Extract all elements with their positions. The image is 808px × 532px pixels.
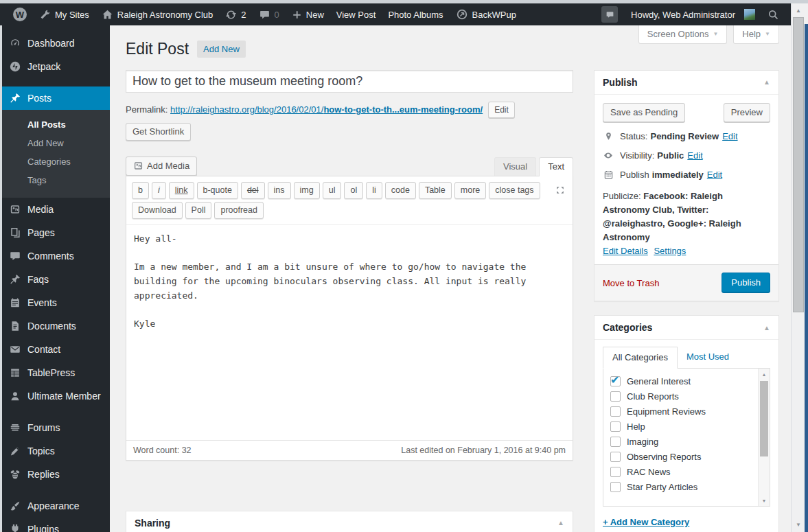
edit-status-link[interactable]: Edit — [722, 131, 737, 141]
edit-schedule-link[interactable]: Edit — [707, 170, 722, 180]
save-as-pending-button[interactable]: Save as Pending — [603, 103, 685, 122]
sidebar-item-posts[interactable]: Posts — [2, 86, 110, 110]
edit-details-link[interactable]: Edit Details — [603, 246, 648, 256]
sidebar-item-events[interactable]: Events — [2, 291, 110, 314]
collapse-icon[interactable]: ▲ — [763, 324, 770, 332]
sidebar-item-forums[interactable]: Forums — [2, 416, 110, 439]
sidebar-item-add-new[interactable]: Add New — [2, 134, 110, 152]
sidebar-item-dashboard[interactable]: Dashboard — [2, 32, 110, 55]
add-new-category-link[interactable]: + Add New Category — [603, 517, 689, 527]
checkbox-icon[interactable] — [610, 467, 621, 477]
adminbar-howdy[interactable]: Howdy, Web Administrator — [625, 3, 761, 25]
permalink-link[interactable]: http://raleighastro.org/blog/2016/02/01/… — [170, 104, 483, 115]
publish-button[interactable]: Publish — [722, 273, 770, 293]
sidebar-item-appearance[interactable]: Appearance — [2, 494, 110, 518]
adminbar-updates[interactable]: 2 — [219, 3, 252, 25]
sidebar-item-all-posts[interactable]: All Posts — [2, 115, 110, 134]
tab-most-used[interactable]: Most Used — [678, 347, 738, 368]
scroll-down-icon[interactable]: ▼ — [792, 519, 805, 531]
adminbar-right-group: Howdy, Web Administrator — [601, 3, 785, 25]
sidebar-item-ultimate-member[interactable]: Ultimate Member — [2, 384, 110, 408]
checkbox-icon[interactable] — [610, 421, 621, 432]
new-label: New — [306, 10, 324, 20]
adminbar-backwpup[interactable]: BackWPup — [450, 3, 522, 25]
qt-bold-button[interactable]: b — [132, 182, 149, 199]
adminbar-photo-albums[interactable]: Photo Albums — [382, 3, 449, 25]
qt-italic-button[interactable]: i — [152, 182, 166, 199]
sidebar-item-documents[interactable]: Documents — [2, 314, 110, 338]
qt-del-button[interactable]: del — [241, 182, 265, 199]
checkbox-icon[interactable] — [610, 482, 621, 492]
move-to-trash-link[interactable]: Move to Trash — [603, 278, 659, 288]
qt-proofread-button[interactable]: proofread — [214, 202, 264, 219]
post-content-textarea[interactable]: Hey all- Im a new member, and I am a bit… — [126, 225, 573, 440]
qt-li-button[interactable]: li — [366, 182, 382, 199]
adminbar-search[interactable] — [761, 3, 785, 25]
sidebar-item-jetpack[interactable]: Jetpack — [2, 55, 110, 78]
page-scrollbar[interactable]: ▲ ▼ — [791, 3, 805, 532]
sidebar-item-replies[interactable]: Replies — [2, 463, 110, 486]
qt-ins-button[interactable]: ins — [268, 182, 291, 199]
edit-permalink-button[interactable]: Edit — [488, 102, 515, 118]
scrollbar-thumb[interactable] — [760, 381, 768, 456]
adminbar-view-post[interactable]: View Post — [330, 3, 382, 25]
feedback-bubble-icon[interactable] — [601, 6, 618, 23]
qt-ul-button[interactable]: ul — [323, 182, 342, 199]
add-media-button[interactable]: Add Media — [126, 157, 197, 176]
sharing-header[interactable]: Sharing ▲ — [126, 511, 573, 532]
sidebar-item-comments[interactable]: Comments — [2, 244, 110, 268]
photo-albums-label: Photo Albums — [388, 10, 443, 20]
qt-img-button[interactable]: img — [294, 182, 320, 199]
qt-blockquote-button[interactable]: b-quote — [197, 182, 238, 199]
checkbox-icon[interactable] — [610, 406, 621, 417]
help-button[interactable]: Help ▼ — [733, 25, 779, 44]
sidebar-item-plugins[interactable]: Plugins — [2, 518, 110, 532]
qt-poll-button[interactable]: Poll — [185, 202, 212, 219]
sidebar-item-pages[interactable]: Pages — [2, 221, 110, 244]
adminbar-new[interactable]: New — [286, 3, 330, 25]
checkbox-icon[interactable] — [610, 391, 621, 402]
get-shortlink-button[interactable]: Get Shortlink — [126, 123, 191, 141]
scroll-up-icon[interactable]: ▲ — [759, 369, 770, 380]
scroll-up-icon[interactable]: ▲ — [792, 5, 805, 16]
media-buttons-row: Add Media Visual Text — [126, 157, 573, 176]
qt-code-button[interactable]: code — [385, 182, 416, 199]
checkbox-icon[interactable] — [610, 452, 621, 462]
checkbox-checked-icon[interactable] — [610, 376, 621, 386]
sidebar-item-tablepress[interactable]: TablePress — [2, 361, 110, 384]
sidebar-item-categories[interactable]: Categories — [2, 152, 110, 171]
qt-more-button[interactable]: more — [454, 182, 486, 199]
tab-all-categories[interactable]: All Categories — [603, 347, 678, 369]
qt-table-button[interactable]: Table — [419, 182, 452, 199]
collapse-icon[interactable]: ▲ — [557, 519, 564, 527]
qt-close-tags-button[interactable]: close tags — [489, 182, 540, 199]
qt-link-button[interactable]: link — [169, 182, 194, 199]
categories-header[interactable]: Categories ▲ — [595, 316, 778, 340]
post-title-input[interactable]: How to get to the museum meeting room? — [126, 70, 573, 93]
checkbox-icon[interactable] — [610, 437, 621, 447]
sidebar-item-contact[interactable]: Contact — [2, 338, 110, 361]
sidebar-item-faqs[interactable]: Faqs — [2, 268, 110, 291]
category-list-scrollbar[interactable]: ▲ ▼ — [758, 369, 770, 506]
adminbar-my-sites[interactable]: My Sites — [33, 3, 95, 25]
add-new-post-button[interactable]: Add New — [197, 41, 246, 58]
adminbar-wordpress-logo[interactable]: W — [7, 3, 33, 25]
scrollbar-thumb[interactable] — [793, 17, 804, 312]
scroll-down-icon[interactable]: ▼ — [759, 495, 770, 506]
tab-text[interactable]: Text — [539, 157, 573, 176]
qt-ol-button[interactable]: ol — [344, 182, 363, 199]
edit-visibility-link[interactable]: Edit — [687, 150, 702, 161]
sidebar-item-tags[interactable]: Tags — [2, 171, 110, 189]
preview-button[interactable]: Preview — [724, 103, 770, 122]
qt-download-button[interactable]: Download — [132, 202, 183, 219]
sidebar-item-topics[interactable]: Topics — [2, 439, 110, 463]
adminbar-site-name[interactable]: Raleigh Astronomy Club — [95, 3, 219, 25]
publish-header[interactable]: Publish ▲ — [595, 71, 778, 95]
screen-options-button[interactable]: Screen Options ▼ — [638, 25, 728, 44]
tab-visual[interactable]: Visual — [494, 157, 536, 176]
adminbar-comments[interactable]: 0 — [253, 3, 286, 25]
fullscreen-icon[interactable] — [555, 185, 567, 196]
sidebar-item-media[interactable]: Media — [2, 198, 110, 221]
collapse-icon[interactable]: ▲ — [763, 78, 770, 86]
settings-link[interactable]: Settings — [654, 246, 686, 256]
